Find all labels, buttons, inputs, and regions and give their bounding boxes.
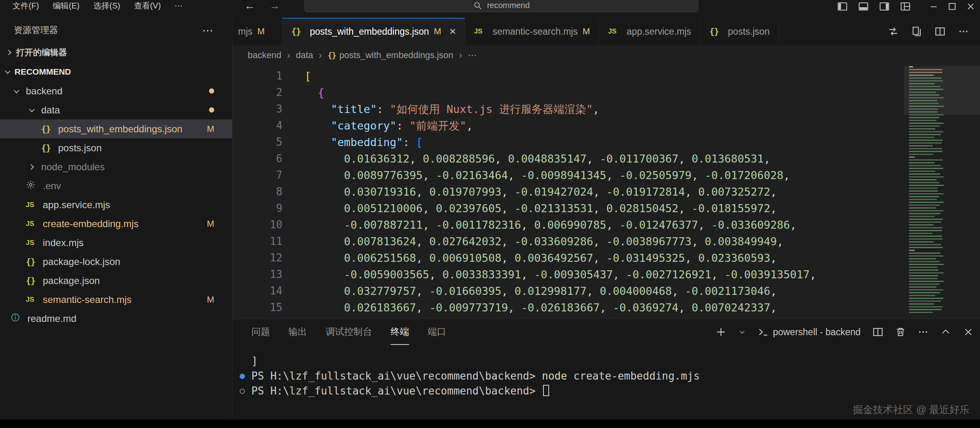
tree-item-label: package-lock.json (43, 256, 120, 267)
code-text: 0.006251568, 0.006910508, 0.0036492567, … (305, 250, 777, 266)
code-line: 15 0.026183667, -0.009773719, -0.0261836… (232, 299, 980, 316)
breadcrumb-item-1[interactable]: data (296, 50, 313, 61)
breadcrumb-item-2[interactable]: {}posts_with_embeddings.json (328, 50, 453, 61)
close-button[interactable] (961, 0, 980, 14)
minimap-slider[interactable] (904, 66, 980, 115)
more-actions-icon[interactable]: ⋯ (202, 24, 213, 37)
code-line: 4 "category": "前端开发", (232, 117, 980, 134)
minimize-button[interactable] (924, 0, 943, 14)
minimap-line (909, 171, 935, 172)
line-number: 12 (232, 250, 282, 266)
section-recommend[interactable]: RECOMMEND (0, 62, 232, 81)
git-modified-badge: M (207, 294, 214, 305)
tab-app.service.mjs[interactable]: JSapp.service.mjs (599, 18, 700, 45)
line-number: 13 (232, 266, 282, 283)
terminal-instance[interactable]: powershell - backend (758, 326, 861, 338)
code-line: 12 0.006251568, 0.006910508, 0.003649256… (232, 250, 980, 266)
sidebar-title: 资源管理器 (14, 24, 58, 36)
more-actions-icon[interactable] (958, 26, 969, 37)
more-actions-icon[interactable] (918, 327, 928, 337)
command-center-search[interactable]: recommend (305, 0, 698, 12)
menu-item-0[interactable]: 文件(F) (6, 0, 46, 11)
panel-tab-4[interactable]: 端口 (428, 319, 446, 345)
breadcrumb-item-0[interactable]: backend (248, 50, 281, 61)
minimap-line (909, 250, 915, 251)
json-icon: {} (291, 27, 305, 36)
minimap-line (909, 199, 937, 200)
tree-item-package.json[interactable]: {}package.json (0, 271, 232, 290)
close-panel-icon[interactable] (963, 327, 974, 337)
line-number: 3 (232, 101, 282, 117)
minimap-line (909, 151, 942, 152)
code-editor[interactable]: 1[2 {3 "title": "如何使用 Nuxt.js 进行服务器端渲染",… (232, 65, 980, 319)
toggle-primary-sidebar-icon[interactable] (837, 1, 848, 12)
tree-item-create-embedding.mjs[interactable]: JScreate-embedding.mjsM (0, 214, 232, 233)
code-text: { (305, 84, 324, 101)
tree-item-index.mjs[interactable]: JSindex.mjs (0, 233, 232, 252)
panel-tab-2[interactable]: 调试控制台 (326, 319, 372, 345)
minimap-line (909, 303, 934, 305)
compare-changes-icon[interactable] (888, 26, 899, 37)
tree-item-data[interactable]: data (0, 100, 232, 119)
tree-item-readme.md[interactable]: readme.md (0, 309, 232, 328)
tree-item-backend[interactable]: backend (0, 81, 232, 100)
minimap-line (909, 227, 942, 228)
code-text: -0.0059003565, 0.0033833391, -0.00930543… (305, 266, 816, 283)
breadcrumb-separator-icon: › (459, 50, 462, 61)
panel-tab-3[interactable]: 终端 (391, 319, 409, 345)
code-text: "category": "前端开发", (305, 117, 473, 134)
minimap-line (909, 272, 944, 274)
layout-controls (837, 1, 911, 12)
tab-semantic-search.mjs[interactable]: JSsemantic-search.mjsM (465, 18, 599, 45)
split-terminal-icon[interactable] (873, 327, 883, 337)
tree-item-label: data (41, 104, 60, 116)
minimap-line (909, 238, 942, 240)
chevron-right-icon (5, 48, 14, 57)
tree-item-node_modules[interactable]: node_modules (0, 157, 232, 176)
maximize-button[interactable] (943, 0, 961, 14)
tree-item-semantic-search.mjs[interactable]: JSsemantic-search.mjsM (0, 290, 232, 309)
tab-mjs[interactable]: mjsM (232, 18, 282, 45)
tree-item-label: .env (43, 180, 61, 192)
tab-posts_with_embeddings.json[interactable]: {}posts_with_embeddings.jsonM× (282, 18, 465, 45)
back-arrow-icon[interactable]: ← (244, 0, 255, 12)
minimap-line (909, 145, 933, 146)
tab-posts.json[interactable]: {}posts.json (700, 18, 779, 45)
minimap[interactable] (904, 66, 980, 319)
tree-item-posts_with_embeddings.json[interactable]: {}posts_with_embeddings.jsonM (0, 119, 232, 138)
tree-item-posts.json[interactable]: {}posts.json (0, 138, 232, 157)
open-changes-icon[interactable] (911, 26, 922, 37)
menu-item-1[interactable]: 编辑(E) (46, 0, 87, 11)
terminal-dropdown-icon[interactable] (739, 329, 746, 336)
customize-layout-icon[interactable] (900, 1, 911, 12)
minimap-line (909, 157, 915, 158)
line-number: 9 (232, 200, 282, 217)
tab-bar: mjsM{}posts_with_embeddings.jsonM×JSsema… (232, 18, 980, 45)
new-terminal-icon[interactable] (715, 326, 727, 338)
tab-label: mjs (238, 26, 253, 37)
editor-group: mjsM{}posts_with_embeddings.jsonM×JSsema… (232, 18, 980, 420)
tree-item-.env[interactable]: .env (0, 176, 232, 195)
close-icon[interactable]: × (449, 26, 456, 37)
panel-tab-1[interactable]: 输出 (288, 319, 307, 345)
tree-item-app.service.mjs[interactable]: JSapp.service.mjs (0, 195, 232, 214)
tree-item-package-lock.json[interactable]: {}package-lock.json (0, 252, 232, 271)
maximize-panel-icon[interactable] (940, 327, 951, 337)
menu-item-2[interactable]: 选择(S) (86, 0, 127, 11)
split-editor-icon[interactable] (935, 26, 945, 37)
open-editors-section[interactable]: 打开的编辑器 (0, 43, 232, 62)
panel-tab-0[interactable]: 问题 (251, 319, 270, 345)
toggle-panel-icon[interactable] (858, 1, 869, 12)
menu-item-3[interactable]: 查看(V) (127, 0, 168, 11)
menu-item-4[interactable]: ⋯ (168, 0, 190, 11)
toggle-secondary-sidebar-icon[interactable] (879, 1, 890, 12)
minimap-line (909, 216, 935, 217)
kill-terminal-icon[interactable] (895, 327, 906, 337)
forward-arrow-icon[interactable]: → (270, 0, 280, 12)
minimap-line (909, 264, 944, 265)
minimap-line (909, 123, 944, 124)
terminal[interactable]: ]PS H:\lzf_fullstack_ai\vue\recommend\ba… (232, 345, 980, 399)
breadcrumb-item-3[interactable]: ⋯ (468, 50, 476, 61)
code-text: 0.026183667, -0.009773719, -0.026183667,… (305, 299, 777, 316)
minimap-line (909, 244, 941, 245)
